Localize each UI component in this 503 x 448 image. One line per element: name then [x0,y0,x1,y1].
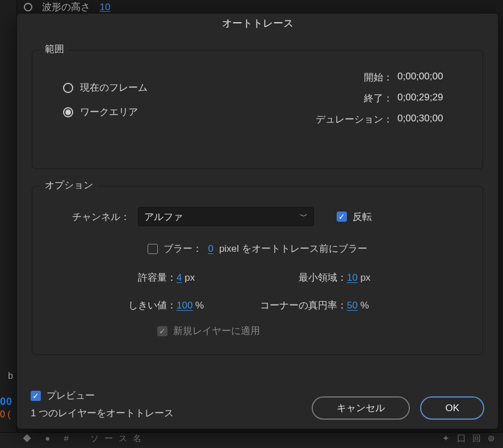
blur-value[interactable]: 0 [208,243,213,255]
invert-label: 反転 [353,210,372,223]
chevron-down-icon: ﹀ [300,212,308,222]
options-legend: オプション [40,179,98,192]
blur-suffix: pixel をオートトレース前にブラー [219,242,367,255]
dialog-footer: プレビュー 1 つのレイヤーをオートトレース キャンセル OK [31,389,484,420]
blur-checkbox[interactable] [148,244,158,254]
radio-current-label: 現在のフレーム [80,81,148,94]
bg-timecode: 00 [0,396,12,408]
minarea-unit: px [361,272,371,283]
roundness-label: コーナーの真円率： [239,299,347,312]
tolerance-label: 許容量： [63,271,177,284]
range-group: 範囲 現在のフレーム ワークエリア 開始： 0;00;00;00 終了： [32,50,483,169]
bg-bottom-right-icons: ✦ 囗 回 ⊚ [442,433,497,444]
blur-prefix: ブラー： [164,242,202,255]
tolerance-value[interactable]: 4 [177,272,182,283]
start-label: 開始： [364,71,393,84]
roundness-value[interactable]: 50 [347,300,358,311]
bg-letter: b [8,371,13,381]
duration-value: 0;00;30;00 [397,113,466,126]
radio-work-area[interactable]: ワークエリア [63,105,148,119]
minarea-label: 最小領域： [239,271,347,284]
threshold-label: しきい値： [63,299,177,312]
roundness-unit: % [361,300,369,311]
radio-workarea-label: ワークエリア [80,105,138,119]
bg-bottom-icons: ◆ ● # ソース名 [23,433,147,444]
radio-current-frame[interactable]: 現在のフレーム [63,81,148,94]
end-value: 0;00;29;29 [397,92,466,105]
bg-orange: 0 ( [0,409,11,420]
tolerance-unit: px [185,272,195,283]
options-group: オプション チャンネル： アルファ ﹀ 反転 ブラー： 0 pixel をオート… [32,186,483,355]
channel-value: アルファ [144,210,183,223]
end-label: 終了： [364,92,393,105]
duration-label: デュレーション： [316,113,393,126]
channel-select[interactable]: アルファ ﹀ [138,207,314,226]
bg-param-label: 波形の高さ [42,2,90,12]
threshold-value[interactable]: 100 [177,300,192,311]
ok-button[interactable]: OK [420,396,484,420]
minarea-value[interactable]: 10 [347,272,358,283]
range-legend: 範囲 [40,43,69,56]
auto-trace-dialog: オートトレース 範囲 現在のフレーム ワークエリア 開始： 0;00;00;00 [16,13,498,429]
threshold-unit: % [195,300,204,311]
invert-checkbox[interactable] [337,212,347,222]
stopwatch-icon[interactable] [24,3,32,11]
dialog-title: オートトレース [17,14,498,33]
cancel-button[interactable]: キャンセル [312,396,410,420]
apply-new-layer-label: 新規レイヤーに適用 [173,324,260,337]
radio-icon [63,107,73,117]
preview-checkbox[interactable] [31,391,41,401]
radio-icon [63,83,73,93]
apply-new-layer-checkbox[interactable] [157,326,167,336]
channel-label: チャンネル： [63,210,130,223]
start-value: 0;00;00;00 [397,71,466,84]
bg-param-value[interactable]: 10 [99,2,110,12]
bg-param: 波形の高さ 10 [24,1,110,14]
preview-label: プレビュー [47,389,95,402]
